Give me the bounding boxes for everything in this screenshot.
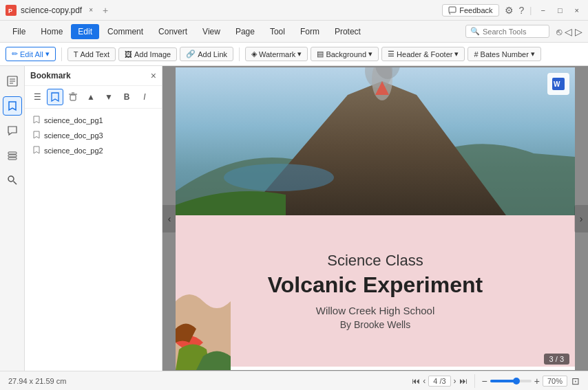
volcano-image-section: W bbox=[176, 67, 575, 215]
menu-page[interactable]: Page bbox=[229, 24, 262, 39]
bookmark-item-label-1: science_doc_pg1 bbox=[44, 116, 103, 124]
edit-all-button[interactable]: ✏ Edit All ▾ bbox=[6, 47, 56, 61]
bookmark-item-label-2: science_doc_pg3 bbox=[44, 131, 103, 140]
first-page-button[interactable]: ⏮ bbox=[412, 376, 420, 386]
zoom-slider-thumb bbox=[513, 378, 520, 384]
nav-right-arrow[interactable]: › bbox=[574, 205, 588, 232]
bookmark-item-1[interactable]: science_doc_pg1 bbox=[25, 113, 162, 128]
comment-panel-icon[interactable] bbox=[3, 121, 22, 140]
menu-search-input[interactable] bbox=[483, 28, 545, 36]
settings-icon[interactable]: ⚙ bbox=[505, 5, 514, 16]
nav-forward-icon[interactable]: ▷ bbox=[575, 26, 582, 37]
bm-font-italic-button[interactable]: I bbox=[136, 89, 153, 105]
share-icon[interactable]: ⎋ bbox=[556, 26, 562, 37]
last-page-button[interactable]: ⏭ bbox=[459, 376, 468, 386]
add-image-button[interactable]: 🖼 Add Image bbox=[118, 47, 177, 61]
background-button[interactable]: ▤ Background ▾ bbox=[311, 47, 379, 61]
watermark-button[interactable]: ◈ Watermark ▾ bbox=[245, 47, 308, 61]
bates-number-button[interactable]: # Bates Number ▾ bbox=[468, 47, 540, 61]
bookmark-item-icon-3 bbox=[33, 146, 40, 155]
add-image-label: Add Image bbox=[134, 50, 171, 58]
bates-label: Bates Number bbox=[481, 50, 529, 58]
bookmark-icon bbox=[7, 100, 18, 111]
watermark-icon: ◈ bbox=[251, 50, 257, 58]
word-icon: W bbox=[552, 77, 565, 91]
search-panel-icon[interactable] bbox=[3, 171, 22, 190]
pdf-school: Willow Creek High School bbox=[316, 305, 435, 316]
svg-rect-8 bbox=[8, 152, 17, 154]
background-dropdown-icon: ▾ bbox=[368, 50, 372, 58]
menu-home[interactable]: Home bbox=[34, 24, 70, 39]
menu-convert[interactable]: Convert bbox=[151, 24, 194, 39]
bates-icon: # bbox=[474, 50, 478, 58]
header-footer-dropdown-icon: ▾ bbox=[454, 50, 459, 58]
add-bookmark-icon bbox=[50, 92, 60, 102]
bookmark-list: science_doc_pg1 science_doc_pg3 science_… bbox=[25, 109, 162, 371]
prev-page-button[interactable]: ‹ bbox=[423, 376, 426, 386]
svg-rect-13 bbox=[70, 95, 76, 100]
add-text-label: Add Text bbox=[80, 50, 109, 58]
bookmark-item-3[interactable]: science_doc_pg2 bbox=[25, 143, 162, 158]
svg-rect-10 bbox=[8, 158, 17, 160]
menu-protect[interactable]: Protect bbox=[328, 24, 368, 39]
menu-comment[interactable]: Comment bbox=[101, 24, 150, 39]
status-divider bbox=[474, 374, 475, 388]
bates-dropdown-icon: ▾ bbox=[531, 50, 535, 58]
nav-left-arrow[interactable]: ‹ bbox=[162, 205, 176, 232]
sidebar-icons bbox=[0, 66, 25, 371]
close-window-button[interactable]: × bbox=[571, 6, 582, 14]
minimize-button[interactable]: − bbox=[537, 6, 548, 14]
help-icon[interactable]: ? bbox=[519, 5, 525, 16]
bm-delete-button[interactable] bbox=[65, 89, 81, 105]
next-page-button[interactable]: › bbox=[454, 376, 456, 386]
title-bar: P science-copy.pdf × + Feedback ⚙ ? | − … bbox=[0, 0, 588, 21]
menu-file[interactable]: File bbox=[6, 24, 32, 39]
add-text-button[interactable]: T Add Text bbox=[67, 47, 116, 61]
zoom-out-button[interactable]: − bbox=[482, 376, 487, 387]
menu-search-icon: 🔍 bbox=[470, 27, 480, 36]
menu-view[interactable]: View bbox=[196, 24, 227, 39]
tab-close-button[interactable]: × bbox=[89, 6, 93, 14]
menu-edit[interactable]: Edit bbox=[71, 24, 99, 39]
layers-panel-icon[interactable] bbox=[3, 146, 22, 165]
page-badge: 3 / 3 bbox=[544, 354, 569, 365]
nav-back-icon[interactable]: ◁ bbox=[565, 26, 572, 37]
toolbar: ✏ Edit All ▾ T Add Text 🖼 Add Image 🔗 Ad… bbox=[0, 43, 588, 66]
watermark-dropdown-icon: ▾ bbox=[297, 50, 302, 58]
page-input[interactable]: 4 /3 bbox=[428, 376, 450, 387]
file-title: science-copy.pdf bbox=[21, 6, 82, 15]
bookmark-item-2[interactable]: science_doc_pg3 bbox=[25, 128, 162, 143]
fit-page-button[interactable]: ⊡ bbox=[571, 376, 580, 387]
bookmark-panel-icon[interactable] bbox=[3, 96, 22, 116]
bm-font-bold-button[interactable]: B bbox=[118, 89, 135, 105]
header-footer-button[interactable]: ☰ Header & Footer ▾ bbox=[381, 47, 465, 61]
menu-search-box[interactable]: 🔍 bbox=[465, 25, 549, 38]
pdf-subtitle: Science Class bbox=[327, 252, 423, 270]
bookmark-close-button[interactable]: × bbox=[151, 70, 156, 81]
bm-add-button[interactable] bbox=[47, 89, 63, 105]
menu-form[interactable]: Form bbox=[293, 24, 326, 39]
bookmark-item-icon-2 bbox=[33, 131, 40, 140]
zoom-in-button[interactable]: + bbox=[534, 376, 540, 387]
pages-panel-icon[interactable] bbox=[3, 72, 22, 91]
text-icon: T bbox=[74, 50, 78, 58]
svg-text:W: W bbox=[554, 80, 560, 88]
zoom-slider[interactable] bbox=[490, 380, 532, 382]
new-tab-button[interactable]: + bbox=[103, 5, 108, 16]
bm-menu-button[interactable]: ☰ bbox=[29, 89, 45, 105]
bookmark-item-label-3: science_doc_pg2 bbox=[44, 147, 103, 155]
bm-sort-down-button[interactable]: ▼ bbox=[101, 89, 117, 105]
feedback-button[interactable]: Feedback bbox=[442, 4, 498, 17]
menu-tool[interactable]: Tool bbox=[263, 24, 292, 39]
pages-icon bbox=[7, 76, 18, 87]
bm-sort-up-button[interactable]: ▲ bbox=[83, 89, 99, 105]
zoom-slider-fill bbox=[490, 380, 515, 382]
maximize-button[interactable]: □ bbox=[554, 6, 566, 14]
svg-text:P: P bbox=[8, 8, 12, 14]
bookmark-header: Bookmark × bbox=[25, 66, 162, 86]
add-link-button[interactable]: 🔗 Add Link bbox=[180, 47, 233, 61]
page-navigation: ⏮ ‹ 4 /3 › ⏭ bbox=[412, 376, 467, 387]
export-to-word-icon[interactable]: W bbox=[547, 73, 569, 95]
svg-rect-9 bbox=[8, 155, 17, 157]
zoom-percent[interactable]: 70% bbox=[543, 376, 567, 387]
